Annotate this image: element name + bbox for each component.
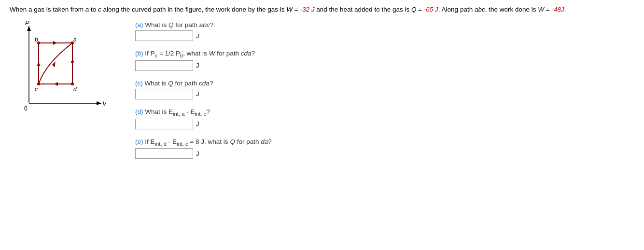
unit-b: J (196, 62, 199, 69)
question-c-label: (c) What is Q for path cda? (135, 80, 634, 87)
svg-marker-7 (54, 82, 58, 86)
question-e-label: (e) If Eint, d - Eint, c = 8 J, what is … (135, 138, 634, 147)
question-d-label: (d) What is Eint, a - Eint, c? (135, 108, 634, 117)
statement-prefix: When a gas is taken from a to c along th… (10, 6, 300, 13)
origin-label: 0 (24, 105, 28, 112)
svg-point-12 (37, 83, 40, 85)
answer-e-input[interactable] (135, 148, 193, 159)
q-value: -65 J (424, 6, 438, 13)
question-d-block: (d) What is Eint, a - Eint, c? J (135, 108, 634, 129)
w-value2: -48J (551, 6, 564, 13)
unit-a: J (196, 32, 199, 40)
svg-marker-8 (37, 62, 41, 66)
answer-b-input[interactable] (135, 60, 193, 71)
unit-d: J (196, 120, 199, 127)
question-b-block: (b) If Pc = 1/2 Pb, what is W for path c… (135, 50, 634, 71)
statement-suffix: . Along path abc, the work done is W = (438, 6, 552, 13)
point-d-label: d (73, 86, 77, 93)
diagram-area: P V 0 b a c d (10, 21, 126, 119)
question-a-block: (a) What is Q for path abc? J (135, 21, 634, 41)
question-c-block: (c) What is Q for path cda? J (135, 80, 634, 99)
svg-marker-3 (97, 101, 101, 105)
svg-point-10 (37, 42, 40, 44)
svg-point-11 (71, 42, 74, 44)
answer-d-input[interactable] (135, 119, 193, 129)
question-e-block: (e) If Eint, d - Eint, c = 8 J, what is … (135, 138, 634, 159)
pv-diagram: P V 0 b a c d (10, 21, 106, 118)
question-b-label: (b) If Pc = 1/2 Pb, what is W for path c… (135, 50, 634, 58)
w-value: -32 J (300, 6, 315, 13)
point-a-label: a (73, 36, 77, 43)
question-a-label: (a) What is Q for path abc? (135, 21, 634, 28)
answer-c-input[interactable] (135, 89, 193, 99)
svg-rect-4 (39, 43, 72, 84)
unit-e: J (196, 150, 199, 157)
unit-c: J (196, 90, 199, 97)
answer-a-input[interactable] (135, 30, 193, 41)
svg-point-13 (71, 83, 74, 85)
p-axis-label: P (25, 21, 29, 27)
svg-marker-6 (70, 61, 74, 65)
period: . (564, 6, 566, 13)
svg-marker-5 (53, 41, 57, 45)
problem-statement: When a gas is taken from a to c along th… (10, 5, 628, 14)
questions-area: (a) What is Q for path abc? J (b) If Pc … (135, 21, 634, 167)
svg-marker-2 (27, 26, 31, 31)
statement-and: and the heat added to the gas is Q = (315, 6, 424, 13)
point-c-label: c (35, 86, 38, 93)
svg-marker-9 (52, 61, 56, 68)
v-axis-label: V (102, 100, 106, 107)
